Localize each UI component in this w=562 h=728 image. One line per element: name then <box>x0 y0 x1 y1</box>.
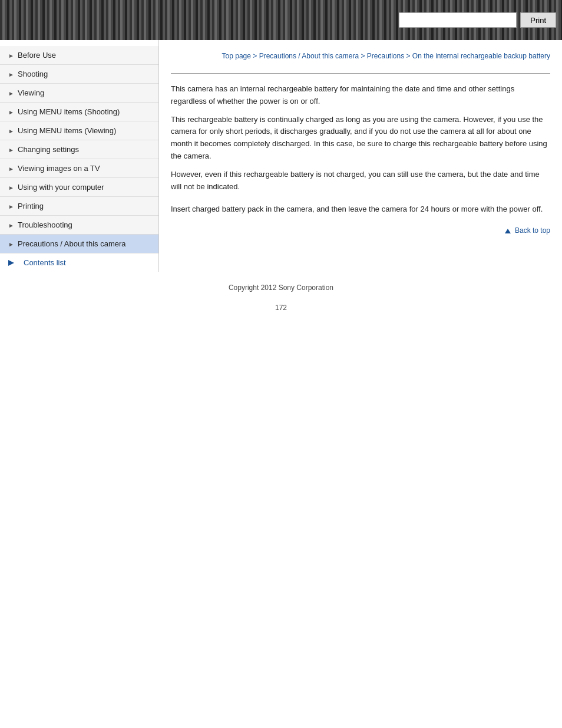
sidebar-item-printing[interactable]: ► Printing <box>0 197 158 216</box>
search-input[interactable] <box>399 12 517 28</box>
sidebar-item-using-menu-viewing[interactable]: ► Using MENU items (Viewing) <box>0 121 158 140</box>
copyright: Copyright 2012 Sony Corporation <box>0 272 562 298</box>
sidebar-item-label: Using with your computer <box>18 183 104 192</box>
sidebar-item-using-with-computer[interactable]: ► Using with your computer <box>0 178 158 197</box>
sidebar-item-viewing[interactable]: ► Viewing <box>0 84 158 103</box>
sidebar-item-label: Changing settings <box>18 145 79 154</box>
print-button[interactable]: Print <box>520 12 556 28</box>
chevron-right-icon: ► <box>8 203 14 209</box>
breadcrumb-battery: On the internal rechargeable backup batt… <box>412 52 550 60</box>
article-body: This camera has an internal rechargeable… <box>171 83 550 216</box>
sidebar-item-changing-settings[interactable]: ► Changing settings <box>0 140 158 159</box>
chevron-right-icon: ► <box>8 166 14 172</box>
chevron-right-icon: ► <box>8 185 14 190</box>
chevron-right-icon: ► <box>8 241 14 247</box>
breadcrumb-precautions-link[interactable]: Precautions / About this camera <box>259 52 359 60</box>
back-to-top-link[interactable]: Back to top <box>515 226 550 235</box>
page-layout: ► Before Use ► Shooting ► Viewing ► Usin… <box>0 40 562 272</box>
contents-list-link[interactable]: Contents list <box>0 253 158 272</box>
page-number: 172 <box>0 298 562 318</box>
sidebar-item-label: Precautions / About this camera <box>18 239 126 248</box>
sidebar-item-label: Viewing <box>18 88 44 97</box>
chevron-right-icon: ► <box>8 147 14 153</box>
article-section-1: This camera has an internal rechargeable… <box>171 83 550 193</box>
chevron-right-icon: ► <box>8 222 14 228</box>
chevron-right-icon: ► <box>8 52 14 58</box>
triangle-up-icon <box>505 229 511 233</box>
header-bar: Print <box>0 0 562 40</box>
article-paragraph-4: Insert charged battery pack in the camer… <box>171 203 550 216</box>
sidebar-item-label: Printing <box>18 202 44 210</box>
sidebar-item-shooting[interactable]: ► Shooting <box>0 65 158 84</box>
article-section-2: Insert charged battery pack in the camer… <box>171 203 550 216</box>
article-paragraph-1: This camera has an internal rechargeable… <box>171 83 550 108</box>
sidebar-item-precautions[interactable]: ► Precautions / About this camera <box>0 235 158 253</box>
breadcrumb: Top page > Precautions / About this came… <box>171 46 550 68</box>
back-to-top[interactable]: Back to top <box>171 226 550 235</box>
sidebar-item-label: Shooting <box>18 70 48 78</box>
sidebar-item-troubleshooting[interactable]: ► Troubleshooting <box>0 216 158 235</box>
sidebar-item-viewing-images-tv[interactable]: ► Viewing images on a TV <box>0 159 158 178</box>
breadcrumb-precautions2-link[interactable]: Precautions <box>367 52 404 60</box>
sidebar-item-before-use[interactable]: ► Before Use <box>0 46 158 65</box>
breadcrumb-top-page[interactable]: Top page <box>222 52 251 60</box>
content-divider <box>171 73 550 74</box>
chevron-right-icon: ► <box>8 109 14 115</box>
breadcrumb-separator-1: > <box>253 52 259 60</box>
sidebar: ► Before Use ► Shooting ► Viewing ► Usin… <box>0 40 159 272</box>
sidebar-item-label: Troubleshooting <box>18 220 72 229</box>
chevron-right-icon: ► <box>8 71 14 77</box>
sidebar-item-using-menu-shooting[interactable]: ► Using MENU items (Shooting) <box>0 103 158 121</box>
contents-list-label: Contents list <box>24 258 66 267</box>
breadcrumb-separator-2: > <box>361 52 366 60</box>
sidebar-item-label: Using MENU items (Shooting) <box>18 107 120 116</box>
sidebar-item-label: Using MENU items (Viewing) <box>18 126 116 135</box>
sidebar-item-label: Viewing images on a TV <box>18 164 100 173</box>
article-paragraph-2: This rechargeable battery is continually… <box>171 114 550 163</box>
article-paragraph-3: However, even if this rechargeable batte… <box>171 169 550 193</box>
chevron-right-icon: ► <box>8 90 14 96</box>
main-content: Top page > Precautions / About this came… <box>159 40 562 272</box>
sidebar-item-label: Before Use <box>18 51 56 60</box>
chevron-right-icon: ► <box>8 128 14 134</box>
breadcrumb-separator-3: > <box>406 52 412 60</box>
arrow-right-icon <box>8 260 18 266</box>
